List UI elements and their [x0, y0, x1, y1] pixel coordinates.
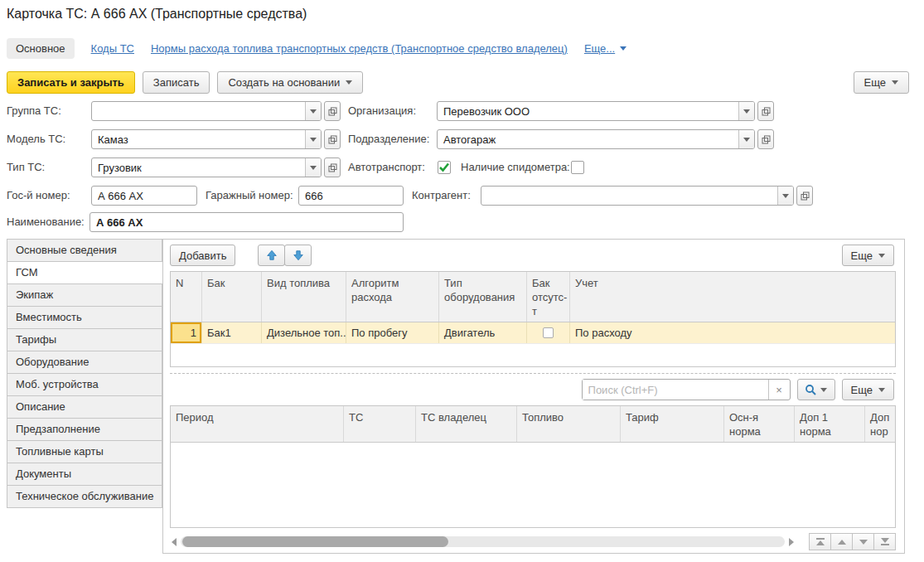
norms-table-more-button[interactable]: Еще	[842, 379, 894, 400]
col-fuel-type[interactable]: Вид топлива	[262, 272, 346, 322]
move-down-button[interactable]	[284, 245, 312, 266]
add-row-button[interactable]: Добавить	[170, 245, 235, 266]
type-open-button[interactable]	[324, 157, 341, 177]
org-dropdown-button[interactable]	[738, 102, 754, 120]
division-dropdown-button[interactable]	[738, 130, 754, 148]
division-label: Подразделение:	[348, 129, 429, 149]
counterparty-dropdown-button[interactable]	[777, 187, 793, 205]
table-row[interactable]: 1 Бак1 Дизельное топ... По пробегу Двига…	[171, 322, 895, 344]
tank-absent-checkbox[interactable]	[543, 327, 554, 338]
org-input[interactable]	[438, 102, 738, 120]
col-equipment[interactable]: Тип оборудования	[439, 272, 527, 322]
fuel-table: N Бак Вид топлива Алгоритм расхода Тип о…	[170, 271, 896, 367]
go-next-button[interactable]	[852, 533, 874, 550]
col-add2-norm[interactable]: Доп нор	[865, 406, 895, 442]
search-input[interactable]	[583, 380, 768, 400]
horizontal-scrollbar[interactable]	[181, 536, 785, 547]
counterparty-input[interactable]	[481, 187, 777, 205]
sidebar-tab-gsm[interactable]: ГСМ	[7, 261, 163, 284]
go-first-button[interactable]	[809, 533, 831, 550]
go-last-button[interactable]	[873, 533, 896, 550]
col-ts-owner[interactable]: ТС владелец	[416, 406, 517, 442]
nav-link-norms[interactable]: Нормы расхода топлива транспортных средс…	[151, 42, 568, 55]
gos-number-input[interactable]	[91, 186, 197, 206]
cell-n[interactable]: 1	[171, 322, 202, 343]
tab-main[interactable]: Основное	[7, 38, 75, 59]
sidebar-tab-description[interactable]: Описание	[7, 395, 162, 419]
cell-accounting[interactable]: По расходу	[570, 322, 895, 343]
sidebar-tab-fuel-cards[interactable]: Топливные карты	[7, 440, 162, 463]
save-button[interactable]: Записать	[143, 71, 210, 94]
counterparty-label: Контрагент:	[412, 186, 471, 206]
cell-tank[interactable]: Бак1	[202, 322, 262, 343]
garage-number-input[interactable]	[298, 186, 404, 206]
name-input[interactable]	[89, 212, 404, 232]
sidebar-tab-tariffs[interactable]: Тарифы	[7, 328, 162, 351]
open-form-icon	[328, 163, 337, 172]
auto-checkbox[interactable]	[438, 161, 451, 174]
nav-more[interactable]: Еще...	[584, 42, 626, 55]
col-fuel[interactable]: Топливо	[517, 406, 621, 442]
chevron-down-icon	[743, 109, 750, 114]
sidebar-tab-prefill[interactable]: Предзаполнение	[7, 418, 162, 441]
sidebar-tab-crew[interactable]: Экипаж	[7, 283, 162, 307]
model-input[interactable]	[92, 130, 305, 148]
sidebar-tab-documents[interactable]: Документы	[7, 463, 162, 486]
speedometer-checkbox[interactable]	[571, 161, 584, 174]
col-ts[interactable]: ТС	[344, 406, 416, 442]
open-form-icon	[762, 107, 771, 116]
type-input[interactable]	[92, 158, 305, 177]
org-open-button[interactable]	[757, 101, 774, 121]
move-up-button[interactable]	[258, 245, 285, 266]
chevron-down-icon	[620, 46, 626, 51]
scroll-right-button[interactable]	[787, 536, 796, 548]
arrow-down-icon	[293, 250, 304, 261]
group-dropdown-button[interactable]	[305, 102, 321, 120]
group-input[interactable]	[92, 102, 305, 120]
col-tank-absent[interactable]: Бак отсутс-т	[527, 272, 570, 322]
sidebar-tab-equipment[interactable]: Оборудование	[7, 351, 162, 374]
fuel-table-more-button[interactable]: Еще	[842, 245, 894, 266]
cell-fuel-type[interactable]: Дизельное топ...	[262, 322, 346, 343]
save-close-button[interactable]: Записать и закрыть	[7, 71, 135, 94]
cell-equipment[interactable]: Двигатель	[439, 322, 527, 343]
name-label: Наименование:	[7, 212, 85, 232]
nav-link-codes[interactable]: Коды ТС	[91, 42, 134, 55]
sidebar-tab-capacity[interactable]: Вместимость	[7, 306, 162, 329]
col-tariff[interactable]: Тариф	[621, 406, 724, 442]
group-open-button[interactable]	[324, 101, 341, 121]
col-accounting[interactable]: Учет	[570, 272, 895, 322]
scroll-left-button[interactable]	[170, 536, 178, 548]
division-input[interactable]	[438, 130, 738, 148]
col-algorithm[interactable]: Алгоритм расхода	[346, 272, 439, 322]
form-more-button[interactable]: Еще	[854, 71, 909, 94]
chevron-down-icon	[820, 388, 827, 392]
col-base-norm[interactable]: Осн-я норма	[724, 406, 795, 442]
sidebar-tab-main-info[interactable]: Основные сведения	[7, 239, 162, 262]
create-from-button[interactable]: Создать на основании	[217, 71, 363, 94]
triangle-down-icon	[859, 540, 868, 545]
counterparty-open-button[interactable]	[796, 186, 813, 206]
open-form-icon	[328, 135, 337, 144]
type-dropdown-button[interactable]	[305, 158, 321, 177]
col-n[interactable]: N	[171, 272, 202, 322]
model-dropdown-button[interactable]	[305, 130, 321, 148]
chevron-down-icon	[310, 138, 317, 142]
cell-algorithm[interactable]: По пробегу	[346, 322, 439, 343]
sidebar-tab-maintenance[interactable]: Техническое обслуживание	[7, 485, 162, 508]
search-options-button[interactable]	[797, 379, 835, 400]
col-add1-norm[interactable]: Доп 1 норма	[795, 406, 865, 442]
open-form-icon	[801, 191, 810, 201]
open-form-icon	[762, 135, 771, 144]
division-field	[437, 129, 755, 149]
clear-search-button[interactable]: ×	[768, 380, 790, 400]
division-open-button[interactable]	[757, 129, 774, 149]
col-tank[interactable]: Бак	[202, 272, 262, 322]
model-open-button[interactable]	[324, 129, 341, 149]
cell-tank-absent	[527, 322, 570, 343]
go-prev-button[interactable]	[830, 533, 853, 550]
scrollbar-thumb[interactable]	[182, 536, 448, 547]
col-period[interactable]: Период	[171, 406, 344, 442]
sidebar-tab-mobile[interactable]: Моб. устройства	[7, 373, 162, 396]
type-label: Тип ТС:	[7, 157, 45, 177]
